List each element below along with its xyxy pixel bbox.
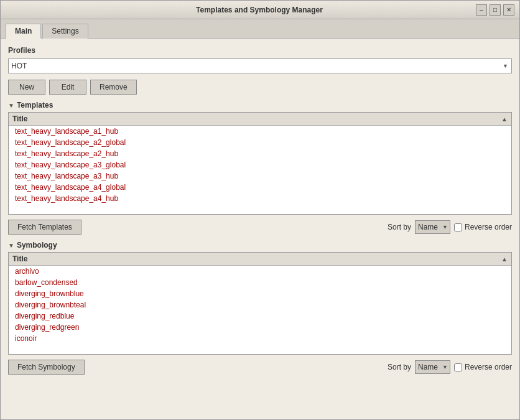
symbology-column-title: Title — [12, 254, 27, 263]
templates-list-header: Title ▲ — [9, 113, 511, 126]
templates-reverse-row: Reverse order — [454, 223, 512, 231]
window-title: Templates and Symbology Manager — [43, 6, 476, 14]
list-item[interactable]: archivo — [9, 266, 511, 277]
list-item[interactable]: text_heavy_landscape_a1_hub — [9, 126, 511, 137]
list-item[interactable]: diverging_brownblue — [9, 288, 511, 299]
templates-column-title: Title — [12, 114, 27, 123]
remove-button[interactable]: Remove — [90, 80, 137, 95]
tab-bar: Main Settings — [1, 19, 519, 39]
profiles-buttons: New Edit Remove — [8, 80, 512, 95]
templates-reverse-label: Reverse order — [465, 223, 512, 231]
list-item[interactable]: text_heavy_landscape_a2_global — [9, 137, 511, 148]
symbology-reverse-checkbox[interactable] — [454, 363, 462, 371]
templates-collapse-arrow: ▼ — [8, 102, 14, 109]
templates-sort-select[interactable]: Name Date — [415, 220, 450, 234]
fetch-templates-button[interactable]: Fetch Templates — [8, 220, 81, 235]
tab-main[interactable]: Main — [6, 24, 41, 39]
list-item[interactable]: text_heavy_landscape_a3_global — [9, 159, 511, 170]
symbology-reverse-label: Reverse order — [465, 363, 512, 371]
fetch-symbology-button[interactable]: Fetch Symbology — [8, 360, 85, 375]
list-item[interactable]: text_heavy_landscape_a4_global — [9, 182, 511, 193]
list-item[interactable]: diverging_redblue — [9, 310, 511, 322]
templates-sort-select-wrapper[interactable]: Name Date — [415, 220, 450, 234]
profile-select[interactable]: HOT — [8, 58, 512, 73]
maximize-button[interactable]: □ — [490, 4, 501, 16]
main-content: Profiles HOT New Edit Remove ▼ Templates… — [1, 39, 519, 419]
symbology-sort-select[interactable]: Name Date — [415, 360, 450, 374]
templates-header[interactable]: ▼ Templates — [8, 101, 512, 110]
symbology-footer: Fetch Symbology Sort by Name Date Revers… — [8, 357, 512, 375]
edit-button[interactable]: Edit — [49, 80, 86, 95]
symbology-header[interactable]: ▼ Symbology — [8, 241, 512, 250]
symbology-sort-label: Sort by — [388, 363, 411, 371]
profiles-label: Profiles — [8, 46, 512, 55]
symbology-scroll-up-icon[interactable]: ▲ — [501, 256, 508, 263]
title-bar-controls: – □ ✕ — [476, 4, 514, 16]
symbology-section-label: Symbology — [17, 241, 57, 250]
templates-list-scroll[interactable]: text_heavy_landscape_a1_hub text_heavy_l… — [9, 126, 511, 214]
list-item[interactable]: iconoir — [9, 333, 511, 344]
list-item[interactable]: barlow_condensed — [9, 277, 511, 288]
profiles-section: Profiles HOT New Edit Remove — [8, 46, 512, 95]
list-item[interactable]: text_heavy_landscape_a2_hub — [9, 148, 511, 159]
templates-scroll-up-icon[interactable]: ▲ — [501, 116, 508, 123]
symbology-list-scroll[interactable]: archivo barlow_condensed diverging_brown… — [9, 266, 511, 354]
templates-section-label: Templates — [17, 101, 53, 110]
tab-settings[interactable]: Settings — [42, 24, 88, 39]
templates-footer: Fetch Templates Sort by Name Date Revers… — [8, 217, 512, 235]
new-button[interactable]: New — [8, 80, 45, 95]
symbology-section: ▼ Symbology Title ▲ archivo barlow_conde… — [8, 241, 512, 375]
main-window: Templates and Symbology Manager – □ ✕ Ma… — [0, 0, 520, 420]
templates-list-panel: Title ▲ text_heavy_landscape_a1_hub text… — [8, 112, 512, 215]
symbology-sort-row: Sort by Name Date Reverse order — [388, 360, 512, 374]
templates-sort-label: Sort by — [388, 223, 411, 231]
close-button[interactable]: ✕ — [503, 4, 514, 16]
symbology-list-header: Title ▲ — [9, 253, 511, 266]
templates-section: ▼ Templates Title ▲ text_heavy_landscape… — [8, 101, 512, 235]
symbology-sort-select-wrapper[interactable]: Name Date — [415, 360, 450, 374]
list-item[interactable]: text_heavy_landscape_a3_hub — [9, 170, 511, 182]
minimize-button[interactable]: – — [476, 4, 487, 16]
profile-select-wrapper[interactable]: HOT — [8, 58, 512, 73]
symbology-collapse-arrow: ▼ — [8, 242, 14, 249]
list-item[interactable]: diverging_redgreen — [9, 322, 511, 333]
symbology-reverse-row: Reverse order — [454, 363, 512, 371]
list-item[interactable]: text_heavy_landscape_a4_hub — [9, 193, 511, 204]
templates-reverse-checkbox[interactable] — [454, 223, 462, 231]
symbology-list-panel: Title ▲ archivo barlow_condensed divergi… — [8, 252, 512, 355]
templates-sort-row: Sort by Name Date Reverse order — [388, 220, 512, 234]
title-bar: Templates and Symbology Manager – □ ✕ — [1, 1, 519, 19]
list-item[interactable]: diverging_brownbteal — [9, 299, 511, 310]
